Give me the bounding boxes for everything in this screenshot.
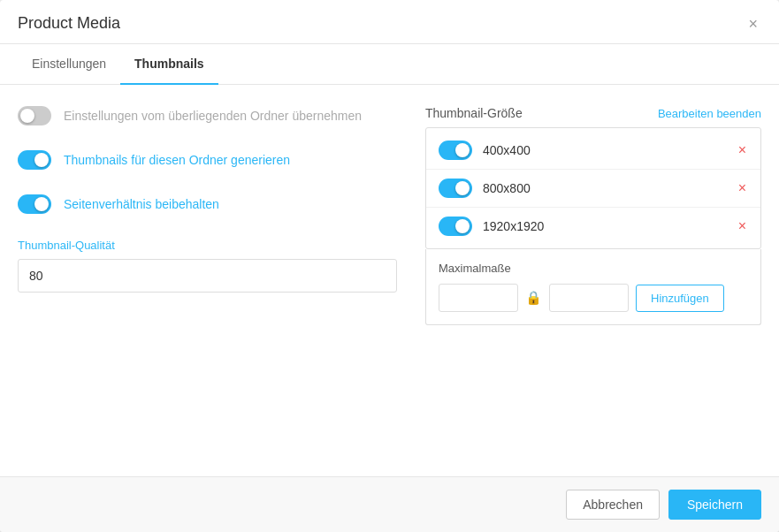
thumb-left-2: 800x800 bbox=[439, 179, 531, 198]
product-media-dialog: Product Media × Einstellungen Thumbnails… bbox=[0, 0, 779, 532]
max-label: Maximalmaße bbox=[439, 262, 748, 275]
delete-thumb-2[interactable]: × bbox=[737, 180, 748, 196]
list-item: 1920x1920 × bbox=[426, 208, 760, 245]
toggle-thumb-1[interactable] bbox=[439, 141, 472, 160]
cancel-button[interactable]: Abbrechen bbox=[566, 490, 660, 520]
toggle-row-inherit: Einstellungen vom überliegenden Ordner ü… bbox=[18, 106, 397, 125]
left-column: Einstellungen vom überliegenden Ordner ü… bbox=[18, 106, 397, 455]
toggle-aspect-label: Seitenverhältnis beibehalten bbox=[64, 197, 219, 211]
thumbnail-size-title: Thumbnail-Größe bbox=[425, 106, 523, 120]
max-width-input[interactable] bbox=[439, 284, 518, 312]
save-button[interactable]: Speichern bbox=[668, 490, 761, 520]
max-section: Maximalmaße 🔒 Hinzufügen bbox=[425, 249, 761, 325]
thumb-left-1: 400x400 bbox=[439, 141, 531, 160]
tab-thumbnails[interactable]: Thumbnails bbox=[120, 44, 218, 85]
dialog-title: Product Media bbox=[18, 14, 120, 43]
thumb-label-2: 800x800 bbox=[483, 181, 531, 195]
edit-link[interactable]: Bearbeiten beenden bbox=[658, 107, 761, 120]
dialog-footer: Abbrechen Speichern bbox=[0, 476, 779, 532]
toggle-thumb-2[interactable] bbox=[439, 179, 472, 198]
list-item: 800x800 × bbox=[426, 170, 760, 208]
thumbnail-list: 400x400 × 800x800 × bbox=[425, 127, 761, 249]
tabs-bar: Einstellungen Thumbnails bbox=[0, 44, 779, 85]
thumb-label-3: 1920x1920 bbox=[483, 219, 544, 233]
delete-thumb-3[interactable]: × bbox=[737, 218, 748, 234]
toggle-generate-label: Thumbnails für diesen Ordner generieren bbox=[64, 153, 290, 167]
add-thumbnail-button[interactable]: Hinzufügen bbox=[636, 285, 724, 312]
quality-input[interactable] bbox=[18, 259, 397, 293]
toggle-thumb-3[interactable] bbox=[439, 217, 472, 236]
toggle-row-generate: Thumbnails für diesen Ordner generieren bbox=[18, 150, 397, 170]
max-height-input[interactable] bbox=[549, 284, 629, 312]
quality-label: Thumbnail-Qualität bbox=[18, 239, 397, 252]
thumb-label-1: 400x400 bbox=[483, 143, 531, 157]
quality-section: Thumbnail-Qualität bbox=[18, 239, 397, 293]
toggle-inherit[interactable] bbox=[18, 106, 51, 125]
toggle-inherit-label: Einstellungen vom überliegenden Ordner ü… bbox=[64, 109, 362, 123]
list-item: 400x400 × bbox=[426, 132, 760, 170]
dialog-header: Product Media × bbox=[0, 0, 779, 44]
delete-thumb-1[interactable]: × bbox=[737, 142, 748, 158]
thumb-left-3: 1920x1920 bbox=[439, 217, 544, 236]
right-column: Thumbnail-Größe Bearbeiten beenden 400x4… bbox=[425, 106, 761, 455]
close-button[interactable]: × bbox=[745, 16, 761, 32]
max-inputs-row: 🔒 Hinzufügen bbox=[439, 284, 748, 312]
toggle-generate[interactable] bbox=[18, 150, 51, 170]
toggle-aspect[interactable] bbox=[18, 194, 51, 214]
tab-einstellungen[interactable]: Einstellungen bbox=[18, 44, 120, 85]
toggle-row-aspect: Seitenverhältnis beibehalten bbox=[18, 194, 397, 214]
lock-icon: 🔒 bbox=[525, 290, 542, 306]
right-header: Thumbnail-Größe Bearbeiten beenden bbox=[425, 106, 761, 120]
dialog-body: Einstellungen vom überliegenden Ordner ü… bbox=[0, 85, 779, 476]
